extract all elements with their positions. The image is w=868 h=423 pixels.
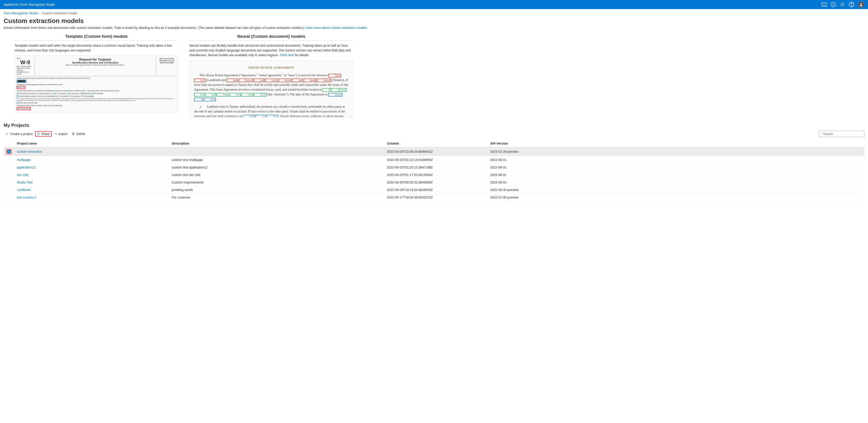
feedback-icon[interactable] [831,2,836,7]
sort-down-icon: ↓ [400,143,401,145]
page-title: Custom extraction models [4,17,864,25]
col-description[interactable]: Description [169,140,384,147]
project-link[interactable]: Studio Test [17,181,33,184]
project-description: custom test multipage [169,156,384,164]
project-api-version: 2022-01-30-preview [488,194,864,201]
chevron-right-icon: › [39,11,40,15]
col-api-version[interactable]: API Version [488,140,864,147]
neural-title: Neural (Custom document) models [189,34,353,40]
row-checkbox[interactable] [4,171,14,179]
project-api-version: 2022-08-31 [488,156,864,164]
project-link[interactable]: custom-extraction [17,150,42,153]
neural-example-image: HOUSE RENTAL AGREEMENT This House Rental… [189,60,353,117]
project-link[interactable]: multipage [17,158,31,162]
template-desc: Template models work well when the targe… [14,43,179,53]
project-api-version: 2022-08-31 [488,171,864,179]
click-here-link[interactable]: Click here [280,53,294,57]
table-row[interactable]: Lienfluentjumbling words2022-06-09T18:19… [4,186,864,194]
project-api-version: 2022-06-30-preview [488,186,864,194]
project-created: 2022-09-20T01:20:13.3647188Z [384,164,488,171]
project-link[interactable]: test-custom-2 [17,195,36,199]
breadcrumb: Form Recognizer Studio › Custom extracti… [0,9,868,17]
settings-icon[interactable] [840,2,845,7]
row-checkbox[interactable] [4,194,14,201]
search-icon [820,132,822,135]
svg-point-7 [833,4,833,4]
plus-icon [5,132,9,135]
import-icon [54,132,57,135]
share-icon [37,132,40,135]
col-created[interactable]: Created↓ [384,140,488,147]
project-description: For customer [169,194,384,201]
delete-icon [72,132,75,135]
table-row[interactable]: test-custom-2For customer2022-05-17T18:3… [4,194,864,201]
share-button[interactable]: Share [35,131,52,137]
row-checkbox[interactable] [4,147,14,156]
project-link[interactable]: sec-10q [17,173,28,177]
col-check [4,140,14,147]
project-api-version: 2023-02-28-preview [488,147,864,156]
my-projects-title: My Projects [4,123,864,128]
row-checkbox[interactable] [4,186,14,194]
page-description: Extract information from forms and docum… [4,26,864,30]
delete-button[interactable]: Delete [70,131,87,137]
checkmark-icon [7,150,11,153]
project-description: custom test sec-10q [169,171,384,179]
col-project-name[interactable]: Project name [14,140,169,147]
search-input[interactable] [823,132,863,136]
svg-point-6 [831,2,836,7]
table-row[interactable]: sec-10qcustom test sec-10q2022-09-20T01:… [4,171,864,179]
projects-table: Project name Description Created↓ API Ve… [4,140,864,201]
template-title: Template (Custom form) models [14,34,179,40]
table-row[interactable]: Studio TestCustom Improvements2022-08-30… [4,179,864,186]
neural-desc: Neural models can flexibly handle both s… [189,43,353,58]
search-box[interactable] [819,131,864,137]
table-row[interactable]: application12custom test application1220… [4,164,864,171]
project-link[interactable]: application12 [17,165,36,169]
table-row[interactable]: custom-extraction2023-04-04T23:58:29.809… [4,147,864,156]
project-created: 2022-08-30T00:53:32.8848859Z [384,179,488,186]
svg-point-11 [851,6,852,6]
keyboard-icon[interactable] [822,2,827,7]
project-link[interactable]: Lienfluent [17,188,31,192]
svg-line-19 [821,134,822,134]
breadcrumb-current: Custom extraction model [42,11,77,15]
row-checkbox[interactable] [4,156,14,164]
svg-point-12 [861,3,862,5]
row-checkbox[interactable] [4,179,14,186]
project-api-version: 2022-08-31 [488,179,864,186]
project-description [169,147,384,156]
projects-toolbar: Create a project Share Import Delete [4,130,864,138]
project-created: 2022-06-09T18:19:34.8828919Z [384,186,488,194]
project-created: 2023-04-04T23:58:29.8099941Z [384,147,488,156]
project-description: Custom Improvements [169,179,384,186]
project-created: 2022-09-20T01:17:52.6319364Z [384,171,488,179]
neural-model-column: Neural (Custom document) models Neural m… [189,34,353,117]
top-header: Applied AI | Form Recognizer Studio [0,0,868,9]
help-icon[interactable] [849,2,854,7]
project-created: 2022-05-17T18:34:48.6535223Z [384,194,488,201]
table-row[interactable]: multipagecustom test multipage2022-09-20… [4,156,864,164]
project-api-version: 2022-08-31 [488,164,864,171]
svg-point-8 [834,4,835,4]
app-title: Applied AI | Form Recognizer Studio [4,3,55,6]
user-avatar[interactable] [858,1,864,8]
svg-rect-0 [822,3,827,7]
import-button[interactable]: Import [52,131,69,137]
breadcrumb-home[interactable]: Form Recognizer Studio [4,11,38,15]
svg-point-9 [842,4,843,5]
learn-more-link[interactable]: Learn more about custom extraction model… [305,26,367,30]
row-checkbox[interactable] [4,164,14,171]
project-description: custom test application12 [169,164,384,171]
project-created: 2022-09-20T01:22:19.8188659Z [384,156,488,164]
project-description: jumbling words [169,186,384,194]
template-model-column: Template (Custom form) models Template m… [14,34,179,117]
header-right [822,1,864,8]
template-example-image: Form W-9 (Rev. October 2018)Department o… [14,56,179,113]
create-project-button[interactable]: Create a project [4,131,35,137]
